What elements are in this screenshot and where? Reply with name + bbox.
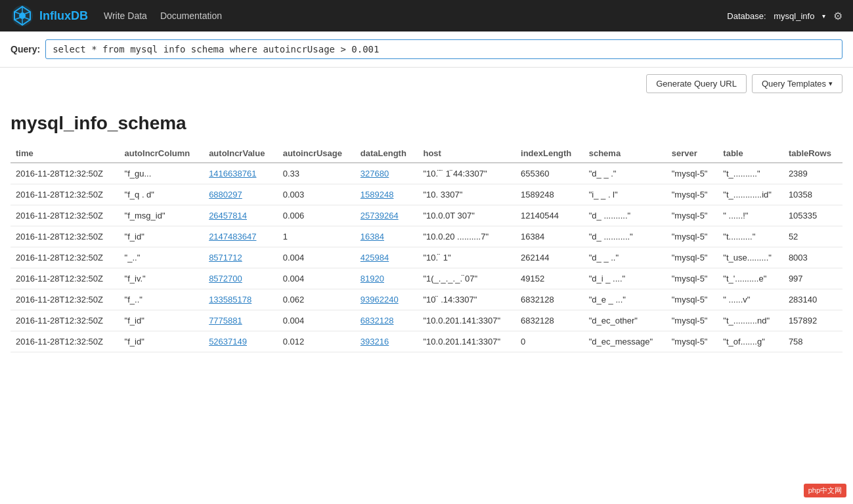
cell-table: "t_'..........e": [718, 268, 783, 289]
query-templates-label: Query Templates: [762, 79, 826, 89]
cell-dataLength[interactable]: 93962240: [355, 289, 418, 310]
table-row: 2016-11-28T12:32:50Z"f_iv."85727000.0048…: [11, 268, 842, 289]
cell-autoincrUsage: 0.006: [278, 205, 355, 226]
cell-tableRows: 283140: [783, 289, 842, 310]
cell-server: "mysql-5": [667, 268, 718, 289]
cell-schema: "d_ ..........": [584, 205, 667, 226]
navbar-right: Database: mysql_info ▾ ⚙: [727, 10, 842, 22]
cell-table: "t_..........nd": [718, 310, 783, 331]
col-schema: schema: [584, 144, 667, 163]
cell-autoIncrValue[interactable]: 133585178: [204, 289, 278, 310]
cell-autoIncrValue[interactable]: 52637149: [204, 331, 278, 352]
cell-table: "t_..........": [718, 163, 783, 184]
cell-tableRows: 10358: [783, 184, 842, 205]
cell-autoIncrValue[interactable]: 6880297: [204, 184, 278, 205]
cell-indexLength: 655360: [515, 163, 584, 184]
cell-time: 2016-11-28T12:32:50Z: [11, 310, 120, 331]
cell-schema: "i_ _ . l": [584, 184, 667, 205]
cell-indexLength: 1589248: [515, 184, 584, 205]
col-server: server: [667, 144, 718, 163]
cell-server: "mysql-5": [667, 205, 718, 226]
query-templates-button[interactable]: Query Templates: [752, 74, 842, 93]
cell-time: 2016-11-28T12:32:50Z: [11, 331, 120, 352]
cell-dataLength[interactable]: 393216: [355, 331, 418, 352]
cell-autoIncrValue[interactable]: 8571712: [204, 247, 278, 268]
cell-host: "10.0.20 ..........7": [418, 226, 515, 247]
cell-dataLength[interactable]: 16384: [355, 226, 418, 247]
cell-autoIncrColumn: "f_gu...: [120, 163, 204, 184]
cell-autoIncrColumn: "f_..": [120, 289, 204, 310]
cell-indexLength: 49152: [515, 268, 584, 289]
cell-autoIncrValue[interactable]: 8572700: [204, 268, 278, 289]
generate-query-url-button[interactable]: Generate Query URL: [646, 74, 747, 93]
database-label: Database:: [727, 11, 766, 21]
cell-server: "mysql-5": [667, 247, 718, 268]
cell-tableRows: 8003: [783, 247, 842, 268]
data-table: time autoIncrColumn autoIncrValue autoin…: [11, 144, 842, 352]
table-row: 2016-11-28T12:32:50Z"f_msg_id"264578140.…: [11, 205, 842, 226]
cell-dataLength[interactable]: 1589248: [355, 184, 418, 205]
brand-name: InfluxDB: [39, 9, 88, 23]
cell-autoIncrColumn: "f_id": [120, 331, 204, 352]
table-row: 2016-11-28T12:32:50Z"f_id"77758810.00468…: [11, 310, 842, 331]
cell-schema: "d_i _ ....": [584, 268, 667, 289]
database-selector[interactable]: Database: mysql_info ▾: [727, 11, 825, 21]
cell-tableRows: 2389: [783, 163, 842, 184]
col-dataLength: dataLength: [355, 144, 418, 163]
cell-table: "t_of.......g": [718, 331, 783, 352]
query-bar: Query:: [0, 32, 853, 68]
cell-table: " ......!": [718, 205, 783, 226]
cell-autoincrUsage: 1: [278, 226, 355, 247]
cell-time: 2016-11-28T12:32:50Z: [11, 268, 120, 289]
query-label: Query:: [11, 44, 40, 54]
svg-point-2: [19, 12, 26, 19]
table-header: time autoIncrColumn autoIncrValue autoin…: [11, 144, 842, 163]
cell-time: 2016-11-28T12:32:50Z: [11, 247, 120, 268]
cell-autoIncrValue[interactable]: 1416638761: [204, 163, 278, 184]
col-autoIncrColumn: autoIncrColumn: [120, 144, 204, 163]
cell-host: "10.0.0T 307": [418, 205, 515, 226]
cell-dataLength[interactable]: 25739264: [355, 205, 418, 226]
col-table: table: [718, 144, 783, 163]
cell-tableRows: 758: [783, 331, 842, 352]
cell-server: "mysql-5": [667, 289, 718, 310]
cell-autoincrUsage: 0.062: [278, 289, 355, 310]
brand-logo[interactable]: InfluxDB: [11, 4, 88, 28]
col-time: time: [11, 144, 120, 163]
cell-table: " ......v": [718, 289, 783, 310]
col-tableRows: tableRows: [783, 144, 842, 163]
cell-server: "mysql-5": [667, 310, 718, 331]
navbar: InfluxDB Write Data Documentation Databa…: [0, 0, 853, 32]
cell-autoIncrColumn: "f_id": [120, 226, 204, 247]
nav-documentation[interactable]: Documentation: [160, 8, 222, 24]
cell-schema: "d_ec_other": [584, 310, 667, 331]
query-input[interactable]: [45, 39, 842, 59]
cell-server: "mysql-5": [667, 226, 718, 247]
cell-autoIncrValue[interactable]: 2147483647: [204, 226, 278, 247]
cell-server: "mysql-5": [667, 163, 718, 184]
cell-indexLength: 12140544: [515, 205, 584, 226]
cell-dataLength[interactable]: 327680: [355, 163, 418, 184]
cell-autoIncrValue[interactable]: 7775881: [204, 310, 278, 331]
cell-indexLength: 262144: [515, 247, 584, 268]
cell-dataLength[interactable]: 6832128: [355, 310, 418, 331]
cell-autoIncrColumn: "f_q . d": [120, 184, 204, 205]
table-row: 2016-11-28T12:32:50Z"_.."85717120.004425…: [11, 247, 842, 268]
cell-indexLength: 16384: [515, 226, 584, 247]
table-row: 2016-11-28T12:32:50Z"f_id"526371490.0123…: [11, 331, 842, 352]
cell-host: "1(_._._._. ̈07": [418, 268, 515, 289]
cell-autoIncrValue[interactable]: 26457814: [204, 205, 278, 226]
settings-icon[interactable]: ⚙: [833, 10, 842, 22]
cell-schema: "d_ _ .": [584, 163, 667, 184]
cell-dataLength[interactable]: 81920: [355, 268, 418, 289]
cell-host: "10. 3307": [418, 184, 515, 205]
cell-tableRows: 997: [783, 268, 842, 289]
cell-autoincrUsage: 0.003: [278, 184, 355, 205]
cell-dataLength[interactable]: 425984: [355, 247, 418, 268]
table-row: 2016-11-28T12:32:50Z"f_gu...14166387610.…: [11, 163, 842, 184]
cell-time: 2016-11-28T12:32:50Z: [11, 184, 120, 205]
cell-autoincrUsage: 0.004: [278, 268, 355, 289]
nav-write-data[interactable]: Write Data: [104, 8, 147, 24]
cell-schema: "d_ _ ..": [584, 247, 667, 268]
cell-tableRows: 157892: [783, 310, 842, 331]
